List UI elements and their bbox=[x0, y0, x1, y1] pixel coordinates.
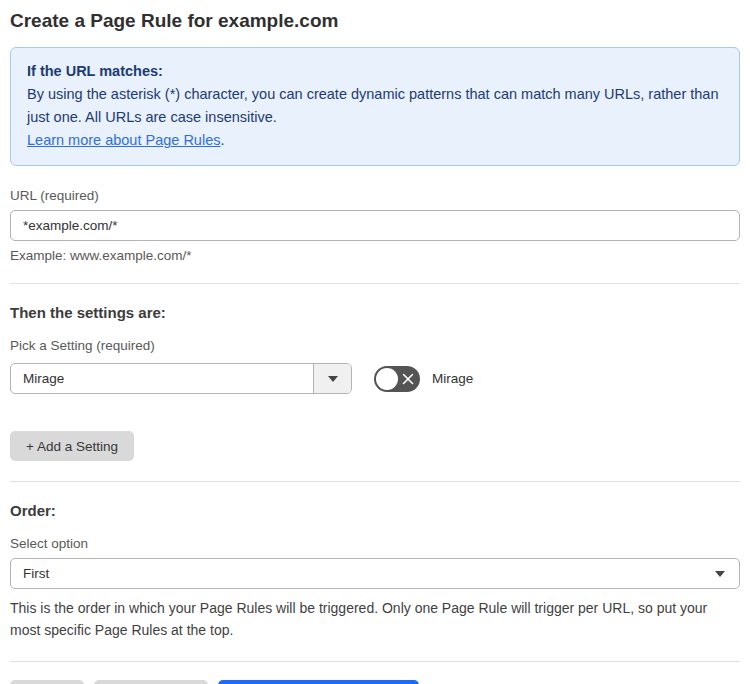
save-draft-button[interactable]: Save as Draft bbox=[94, 680, 208, 684]
settings-section-heading: Then the settings are: bbox=[10, 304, 740, 321]
add-setting-button[interactable]: + Add a Setting bbox=[10, 431, 134, 461]
info-box-link-line: Learn more about Page Rules. bbox=[27, 129, 723, 152]
url-example-text: Example: www.example.com/* bbox=[10, 248, 740, 263]
order-dropdown-value: First bbox=[11, 559, 701, 588]
cancel-button[interactable]: Cancel bbox=[10, 680, 84, 684]
setting-dropdown-arrow-segment[interactable] bbox=[313, 364, 351, 393]
learn-more-link[interactable]: Learn more about Page Rules bbox=[27, 132, 220, 148]
link-period: . bbox=[220, 132, 224, 148]
order-help-text: This is the order in which your Page Rul… bbox=[10, 597, 740, 641]
toggle-knob bbox=[376, 368, 398, 390]
order-dropdown-arrow bbox=[701, 559, 739, 588]
chevron-down-icon bbox=[715, 571, 725, 577]
url-match-info-box: If the URL matches: By using the asteris… bbox=[10, 47, 740, 166]
pick-setting-label: Pick a Setting (required) bbox=[10, 338, 740, 353]
x-icon bbox=[402, 373, 414, 385]
divider bbox=[10, 661, 740, 662]
setting-dropdown-value: Mirage bbox=[11, 364, 313, 393]
mirage-toggle[interactable] bbox=[374, 366, 420, 392]
order-dropdown[interactable]: First bbox=[10, 558, 740, 589]
divider bbox=[10, 481, 740, 482]
info-box-heading: If the URL matches: bbox=[27, 60, 723, 83]
divider bbox=[10, 283, 740, 284]
select-option-label: Select option bbox=[10, 536, 740, 551]
page-title: Create a Page Rule for example.com bbox=[10, 10, 740, 32]
chevron-down-icon bbox=[328, 376, 338, 382]
toggle-setting-label: Mirage bbox=[432, 371, 473, 386]
url-field-label: URL (required) bbox=[10, 188, 740, 203]
setting-row: Mirage Mirage bbox=[10, 363, 740, 394]
footer-button-row: Cancel Save as Draft Save and Deploy Pag… bbox=[10, 680, 740, 684]
order-section-heading: Order: bbox=[10, 502, 740, 519]
save-deploy-button[interactable]: Save and Deploy Page Rule bbox=[218, 680, 420, 684]
url-input[interactable] bbox=[10, 210, 740, 241]
setting-dropdown[interactable]: Mirage bbox=[10, 363, 352, 394]
info-box-body: By using the asterisk (*) character, you… bbox=[27, 83, 723, 129]
